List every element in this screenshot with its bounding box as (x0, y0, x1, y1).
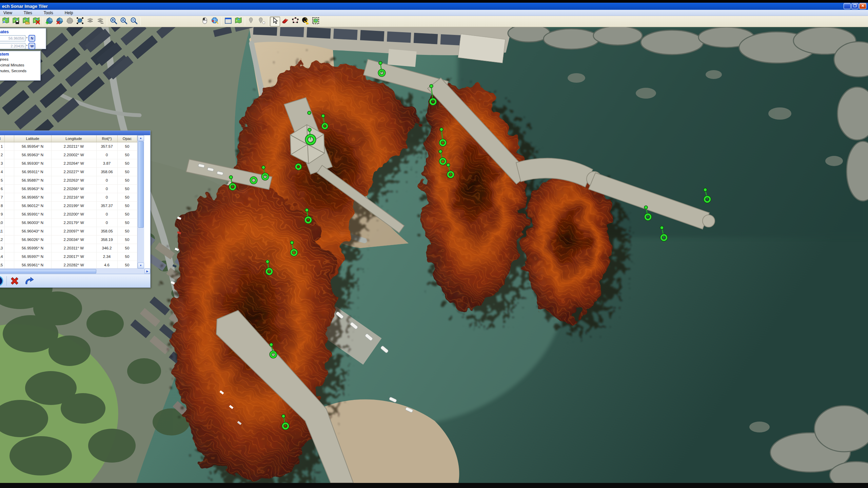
tile-position-marker[interactable] (308, 111, 311, 115)
map-delete-button[interactable] (31, 17, 41, 26)
table-row[interactable]: 1456.95997° N2.20017° W2.3450 (0, 252, 137, 261)
mouse-button[interactable] (200, 17, 210, 26)
polygon-move-button[interactable] (75, 17, 85, 26)
polygon-disabled-button[interactable] (65, 17, 75, 26)
menu-item-tools[interactable]: Tools (40, 11, 57, 15)
cursor-button[interactable] (270, 17, 280, 26)
table-row[interactable]: 956.95991° N2.20200° W050 (0, 210, 137, 218)
globe-button[interactable] (210, 17, 220, 26)
window-title: ech Sonar Image Tiler (0, 4, 48, 9)
table-row[interactable]: 156.95954° N2.20211° W357.5750 (0, 142, 137, 150)
table-row[interactable]: 656.95963° N2.20266° W050 (0, 184, 137, 193)
coordinate-system-panel: dinate System ecimal Degreesegrees, Deci… (0, 51, 41, 81)
table-column-header[interactable]: Opac (117, 135, 137, 142)
zoom-out-button[interactable] (129, 17, 139, 26)
pin-drop-disabled-button[interactable] (257, 17, 267, 26)
rotate-tile-button[interactable] (300, 17, 311, 26)
table-row[interactable]: 1556.95961° N2.20282° W4.650 (0, 261, 137, 268)
screen-bottom-strip (0, 483, 868, 488)
table-row[interactable]: 456.95911° N2.20227° W358.0650 (0, 167, 137, 176)
table-row[interactable]: 1256.96026° N2.20034° W358.1950 (0, 235, 137, 244)
menu-item-help[interactable]: Help (61, 11, 77, 15)
table-row[interactable]: 1156.96043° N2.20097° W358.0550 (0, 227, 137, 235)
map-open-icon (22, 17, 30, 26)
scroll-thumb[interactable] (138, 141, 144, 228)
polygon-disabled-icon (66, 17, 74, 26)
table-row[interactable]: 556.95887° N2.20263° W050 (0, 176, 137, 184)
table-row[interactable]: 256.95963° N2.20002° W050 (0, 150, 137, 159)
tile-list-title-bar[interactable] (0, 131, 150, 135)
restore-button[interactable]: ❐ (851, 3, 859, 9)
polygon-delete-button[interactable] (55, 17, 65, 26)
map-arrow-button[interactable] (1, 17, 11, 26)
table-horizontal-scrollbar[interactable]: ▶ (0, 268, 150, 274)
cursor-icon (271, 17, 279, 26)
delete-tile-button[interactable] (9, 276, 20, 286)
tile-list-panel: NLatitudeLongitudeRot(°)Opac 156.95954° … (0, 130, 151, 288)
hscroll-thumb[interactable] (0, 269, 96, 273)
eraser-icon (281, 17, 289, 26)
table-column-header[interactable]: Longitude (51, 135, 96, 142)
table-column-header[interactable]: N (0, 135, 4, 142)
minimize-button[interactable]: _ (844, 3, 851, 9)
polygon-add-button[interactable] (44, 17, 55, 26)
coordinate-system-option[interactable]: egrees, Decimal Minutes (0, 62, 39, 68)
map-save-button[interactable] (11, 17, 21, 26)
map-delete-icon (32, 17, 40, 26)
table-row[interactable]: 356.95930° N2.20264° W3.8750 (0, 159, 137, 167)
zoom-in-button[interactable] (108, 17, 119, 26)
tile-table[interactable]: NLatitudeLongitudeRot(°)Opac 156.95954° … (0, 135, 137, 268)
table-column-header[interactable]: Latitude (14, 135, 51, 142)
menu-item-tiles[interactable]: Tiles (20, 11, 36, 15)
scroll-right-button[interactable]: ▶ (144, 269, 150, 274)
select-region-button[interactable] (311, 17, 321, 26)
map-arrow-icon (2, 17, 10, 26)
screen-top-strip (0, 0, 868, 3)
zoom-extents-button[interactable] (119, 17, 129, 26)
coord-value-input[interactable]: 2.20435 (0, 43, 25, 49)
polygon-add-icon (45, 17, 54, 26)
grid-window-button[interactable] (223, 17, 233, 26)
polygon-select-button[interactable] (290, 17, 300, 26)
tile-table-actions (0, 274, 150, 287)
degree-symbol: ° (26, 36, 27, 40)
table-row[interactable]: 1056.96003° N2.20179° W050 (0, 218, 137, 227)
table-column-header[interactable] (4, 135, 14, 142)
coord-value-input[interactable]: 56.96056 (0, 35, 25, 41)
table-column-header[interactable]: Rot(°) (96, 135, 117, 142)
table-row[interactable]: 856.96012° N2.20199° W357.3750 (0, 201, 137, 210)
rotate-tile-icon (301, 17, 310, 26)
mouse-icon (201, 17, 209, 26)
table-row[interactable]: 1356.95995° N2.20311° W346.250 (0, 244, 137, 252)
title-bar[interactable]: ech Sonar Image Tiler _ ❐ ✕ (0, 3, 868, 10)
menu-item-view[interactable]: View (0, 11, 16, 15)
undo-button[interactable] (23, 276, 35, 286)
tiles-disabled-button[interactable] (85, 17, 95, 26)
close-button[interactable]: ✕ (859, 3, 866, 9)
table-vertical-scrollbar[interactable]: ▲ ▼ (137, 135, 144, 268)
map-open-button[interactable] (21, 17, 31, 26)
pin-disabled-button[interactable] (246, 17, 257, 26)
coordinate-system-option[interactable]: TM (0, 74, 39, 80)
polygon-delete-icon (56, 17, 64, 26)
coordinate-system-option[interactable]: ecimal Degrees (0, 57, 39, 62)
map-tiles-button[interactable] (233, 17, 243, 26)
hemisphere-n-button[interactable]: N (28, 35, 35, 42)
tiles-disabled-icon (86, 17, 94, 26)
pin-disabled-icon (248, 17, 256, 26)
globe-icon (211, 17, 219, 26)
map-tiles-icon (234, 17, 242, 26)
eraser-button[interactable] (280, 17, 290, 26)
map-save-icon (12, 17, 20, 26)
coordinate-system-title: dinate System (0, 52, 39, 57)
hemisphere-w-button[interactable]: W (28, 43, 35, 49)
confirm-drop-button[interactable] (0, 275, 4, 287)
degree-symbol: ° (26, 44, 27, 48)
scroll-down-button[interactable]: ▼ (138, 263, 144, 268)
coordinates-panel-title: n Coordinates (0, 29, 44, 34)
coordinate-system-option[interactable]: egrees, Minutes, Seconds (0, 68, 39, 74)
scroll-up-button[interactable]: ▲ (138, 135, 144, 141)
grid-window-icon (224, 17, 232, 26)
table-row[interactable]: 756.95965° N2.20216° W050 (0, 193, 137, 201)
tiles-remove-disabled-button[interactable] (95, 17, 105, 26)
